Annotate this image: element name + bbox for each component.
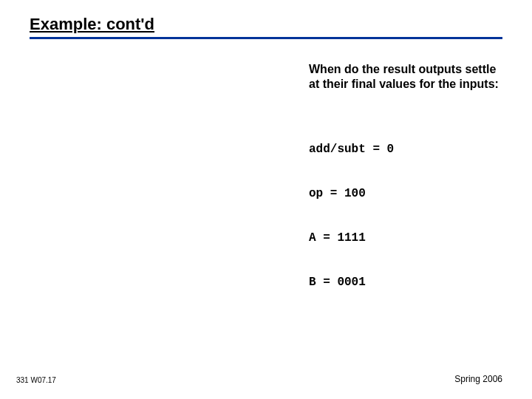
slide-body: When do the result outputs settle at the… <box>309 62 508 319</box>
footer-left: 331 W07.17 <box>16 376 56 384</box>
code-block: add/subt = 0 op = 100 A = 1111 B = 0001 <box>309 112 508 319</box>
slide: Example: cont'd When do the result outpu… <box>0 0 532 399</box>
title-rule <box>30 37 502 39</box>
code-line-4: B = 0001 <box>309 275 508 290</box>
code-line-1: add/subt = 0 <box>309 142 508 157</box>
title-wrap: Example: cont'd <box>30 15 502 34</box>
code-line-2: op = 100 <box>309 186 508 201</box>
slide-title: Example: cont'd <box>30 15 502 34</box>
code-line-3: A = 1111 <box>309 231 508 245</box>
question-text: When do the result outputs settle at the… <box>309 62 508 92</box>
footer-right: Spring 2006 <box>454 374 502 384</box>
